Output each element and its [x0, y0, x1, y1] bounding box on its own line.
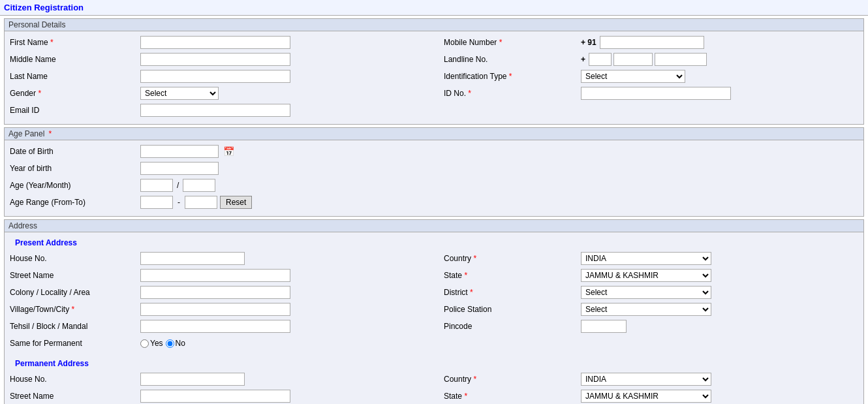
id-type-row: Identification Type * Select Aadhaar PAN…: [444, 69, 858, 84]
present-country-select[interactable]: INDIA: [581, 252, 711, 265]
email-label: Email ID: [10, 106, 140, 115]
perm-street-row: Street Name: [10, 389, 424, 403]
landline-label: Landline No.: [444, 55, 581, 64]
age-range-group: - Reset: [140, 196, 252, 209]
present-state-select[interactable]: JAMMU & KASHMIR: [581, 269, 711, 282]
perm-street-input[interactable]: [140, 390, 290, 403]
present-tehsil-row: Tehsil / Block / Mandal: [10, 319, 424, 334]
perm-house-row: House No.: [10, 372, 424, 386]
age-label: Age (Year/Month): [10, 181, 140, 190]
perm-country-row: Country * INDIA: [444, 372, 858, 386]
middle-name-row: Middle Name: [10, 52, 424, 67]
mobile-label: Mobile Number *: [444, 38, 581, 47]
email-row: Email ID: [10, 103, 424, 117]
yob-row: Year of birth: [10, 161, 858, 176]
landline-group: +: [581, 53, 707, 66]
present-house-input[interactable]: [140, 252, 245, 265]
middle-name-input[interactable]: [140, 53, 290, 66]
age-range-row: Age Range (From-To) - Reset: [10, 195, 858, 210]
present-police-row: Police Station Select: [444, 302, 858, 317]
present-house-row: House No.: [10, 251, 424, 266]
age-year-input[interactable]: [140, 179, 173, 192]
present-district-select[interactable]: Select: [581, 286, 711, 299]
perm-country-select[interactable]: INDIA: [581, 373, 711, 386]
present-police-label: Police Station: [444, 305, 581, 314]
present-address-title: Present Address: [10, 236, 858, 249]
last-name-row: Last Name: [10, 69, 424, 84]
email-input[interactable]: [140, 104, 290, 117]
present-street-input[interactable]: [140, 269, 290, 282]
age-range-label: Age Range (From-To): [10, 198, 140, 207]
age-group: /: [140, 179, 215, 192]
perm-state-label: State *: [444, 392, 581, 401]
id-no-row: ID No. *: [444, 86, 858, 101]
present-village-label: Village/Town/City *: [10, 305, 140, 314]
first-name-row: First Name *: [10, 35, 424, 50]
landline-area-input[interactable]: [613, 53, 653, 66]
perm-state-select[interactable]: JAMMU & KASHMIR: [581, 390, 711, 403]
same-permanent-label: Same for Permanent: [10, 339, 140, 348]
gender-select[interactable]: Select Male Female Other: [140, 87, 219, 100]
present-pincode-input[interactable]: [581, 320, 627, 333]
present-police-select[interactable]: Select: [581, 303, 711, 316]
perm-state-row: State * JAMMU & KASHMIR: [444, 389, 858, 403]
present-district-row: District * Select: [444, 285, 858, 300]
age-range-from-input[interactable]: [140, 196, 173, 209]
mobile-group: + 91: [581, 36, 704, 49]
landline-code-input[interactable]: [589, 53, 612, 66]
id-no-input[interactable]: [581, 87, 731, 100]
gender-row: Gender * Select Male Female Other: [10, 86, 424, 101]
mobile-input[interactable]: [600, 36, 704, 49]
same-permanent-no-radio[interactable]: [166, 339, 174, 348]
present-village-row: Village/Town/City *: [10, 302, 424, 317]
landline-number-input[interactable]: [655, 53, 707, 66]
present-pincode-label: Pincode: [444, 322, 581, 331]
present-country-label: Country *: [444, 254, 581, 263]
present-village-input[interactable]: [140, 303, 290, 316]
permanent-address-title: Permanent Address: [10, 357, 858, 369]
age-range-to-input[interactable]: [185, 196, 217, 209]
perm-street-label: Street Name: [10, 392, 140, 401]
present-colony-row: Colony / Locality / Area: [10, 285, 424, 300]
present-country-row: Country * INDIA: [444, 251, 858, 266]
gender-label: Gender *: [10, 89, 140, 98]
perm-house-label: House No.: [10, 375, 140, 384]
calendar-icon[interactable]: 📅: [223, 146, 234, 157]
present-state-row: State * JAMMU & KASHMIR: [444, 268, 858, 283]
same-permanent-yes-radio[interactable]: [140, 339, 149, 348]
id-no-label: ID No. *: [444, 89, 581, 98]
dob-input[interactable]: [140, 145, 219, 158]
present-tehsil-input[interactable]: [140, 320, 290, 333]
mobile-row: Mobile Number * + 91: [444, 35, 858, 50]
age-row: Age (Year/Month) /: [10, 178, 858, 193]
middle-name-label: Middle Name: [10, 55, 140, 64]
id-type-label: Identification Type *: [444, 72, 581, 81]
page-title: Citizen Registration: [0, 0, 868, 16]
landline-row: Landline No. +: [444, 52, 858, 67]
last-name-input[interactable]: [140, 70, 290, 83]
first-name-label: First Name *: [10, 38, 140, 47]
dob-group: 📅: [140, 145, 234, 158]
id-type-select[interactable]: Select Aadhaar PAN Passport Voter ID: [581, 70, 685, 83]
dob-label: Date of Birth: [10, 147, 140, 156]
last-name-label: Last Name: [10, 72, 140, 81]
perm-country-label: Country *: [444, 375, 581, 384]
present-pincode-row: Pincode: [444, 319, 858, 334]
present-street-label: Street Name: [10, 271, 140, 280]
personal-details-section: Personal Details First Name * Middle Nam…: [4, 18, 864, 125]
perm-house-input[interactable]: [140, 373, 245, 386]
present-district-label: District *: [444, 288, 581, 297]
address-section: Address Present Address House No. Street…: [4, 219, 864, 404]
present-state-label: State *: [444, 271, 581, 280]
same-permanent-no-label[interactable]: No: [166, 339, 185, 348]
same-permanent-group: Yes No: [140, 339, 185, 348]
age-panel-section: Age Panel * Date of Birth 📅 Year of birt…: [4, 127, 864, 217]
age-panel-legend: Age Panel *: [5, 128, 863, 140]
age-month-input[interactable]: [183, 179, 215, 192]
present-colony-input[interactable]: [140, 286, 290, 299]
yob-input[interactable]: [140, 162, 219, 175]
same-permanent-yes-label[interactable]: Yes: [140, 339, 163, 348]
reset-button[interactable]: Reset: [220, 196, 252, 209]
first-name-input[interactable]: [140, 36, 290, 49]
present-colony-label: Colony / Locality / Area: [10, 288, 140, 297]
